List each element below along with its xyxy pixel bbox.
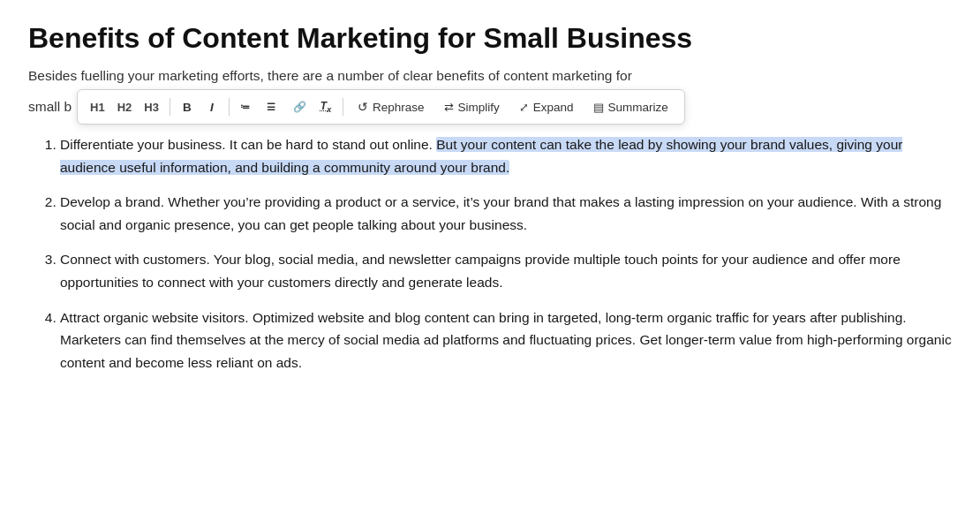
divider-2: [229, 98, 230, 116]
benefits-list: Differentiate your business. It can be h…: [53, 133, 952, 374]
list-item: Connect with customers. Your blog, socia…: [60, 248, 952, 293]
divider-1: [170, 98, 170, 116]
divider-3: [343, 98, 343, 116]
h3-button[interactable]: H3: [139, 94, 164, 119]
simplify-label: Simplify: [458, 101, 500, 114]
unordered-list-button[interactable]: ☰: [261, 94, 286, 119]
content-area: Differentiate your business. It can be h…: [28, 133, 952, 374]
summarize-label: Summarize: [608, 101, 668, 114]
h2-button[interactable]: H2: [112, 94, 138, 119]
item-3-text: Connect with customers. Your blog, socia…: [60, 252, 901, 290]
rephrase-label: Rephrase: [373, 101, 425, 114]
simplify-button[interactable]: ⇄ Simplify: [435, 94, 509, 119]
expand-button[interactable]: ⤢ Expand: [510, 94, 583, 119]
intro-line-1: Besides fuelling your marketing efforts,…: [28, 65, 952, 87]
link-button[interactable]: 🔗: [288, 94, 313, 119]
list-item: Differentiate your business. It can be h…: [60, 133, 952, 178]
clear-format-button[interactable]: Tx: [314, 94, 337, 119]
rephrase-icon: ↺: [358, 100, 368, 114]
expand-icon: ⤢: [519, 101, 529, 114]
page-title: Benefits of Content Marketing for Small …: [28, 21, 952, 55]
link-icon: 🔗: [293, 101, 307, 113]
list-item: Develop a brand. Whether you’re providin…: [60, 191, 952, 236]
expand-label: Expand: [533, 101, 574, 114]
intro-line-2: small b: [28, 96, 72, 118]
summarize-icon: ▤: [593, 101, 604, 114]
clear-format-label: Tx: [320, 100, 331, 114]
svg-text:☰: ☰: [267, 102, 275, 112]
item-1-text-before: Differentiate your business. It can be h…: [60, 137, 436, 152]
formatting-toolbar: H1 H2 H3 B I ≔ ☰ 🔗 T: [77, 89, 685, 125]
italic-button[interactable]: I: [200, 94, 223, 119]
item-2-text: Develop a brand. Whether you’re providin…: [60, 194, 941, 232]
ordered-list-icon: ≔: [240, 101, 254, 113]
bold-button[interactable]: B: [176, 94, 199, 119]
item-4-text: Attract organic website visitors. Optimi…: [60, 310, 952, 370]
unordered-list-icon: ☰: [267, 101, 281, 113]
list-item: Attract organic website visitors. Optimi…: [60, 306, 952, 374]
summarize-button[interactable]: ▤ Summarize: [584, 94, 677, 119]
intro-section: Besides fuelling your marketing efforts,…: [28, 65, 952, 125]
simplify-icon: ⇄: [444, 101, 454, 114]
svg-text:≔: ≔: [240, 102, 250, 112]
rephrase-button[interactable]: ↺ Rephrase: [349, 94, 433, 119]
h1-button[interactable]: H1: [85, 94, 110, 119]
ordered-list-button[interactable]: ≔: [235, 94, 260, 119]
svg-text:🔗: 🔗: [293, 101, 306, 113]
